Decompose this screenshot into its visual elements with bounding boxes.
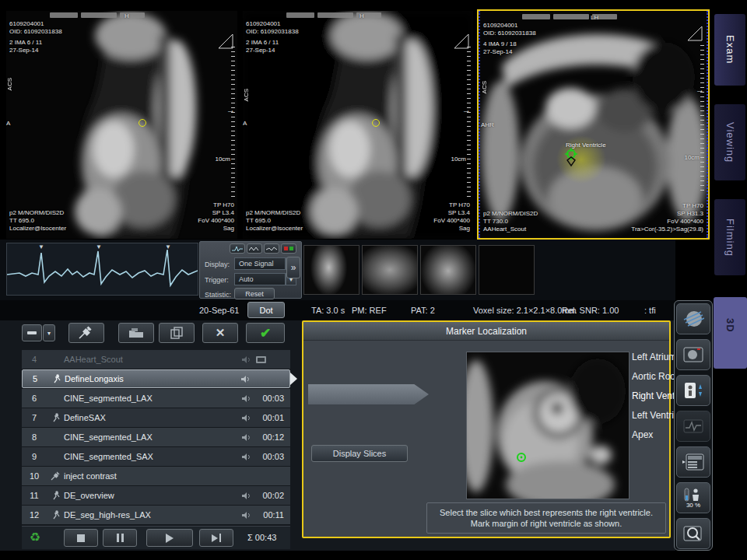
expand-physio-button[interactable]: »: [286, 257, 300, 278]
run-step-icon: [47, 491, 64, 500]
image-id: 6109204001: [246, 20, 281, 28]
status-voxel: Voxel size: 2.1×2.1×8.0mm: [473, 306, 577, 315]
ecg-mode3-button[interactable]: [264, 243, 279, 254]
trigger-select[interactable]: Auto: [234, 273, 286, 285]
queue-row-12[interactable]: 12 DE_seg_high-res_LAX 00:11: [22, 506, 290, 524]
scale-label: 10cm: [451, 156, 466, 163]
reference-slice-image[interactable]: [466, 352, 630, 499]
magnifier-doc-icon: [683, 525, 703, 542]
tab-3d[interactable]: 3D: [714, 302, 745, 348]
br-line1: TP H70: [682, 202, 703, 210]
bl-line1: p2 M/NORM/DIS2D: [9, 209, 64, 217]
queue-row-5-selected[interactable]: 5 DefineLongaxis: [22, 369, 290, 388]
queue-row-11[interactable]: 11 DE_overview 00:02: [22, 486, 290, 505]
cancel-button[interactable]: ✕: [202, 323, 238, 343]
tab-exam[interactable]: Exam: [714, 14, 745, 86]
trigger-marker-icon: ▼: [38, 243, 44, 250]
ecg-mode1-button[interactable]: [230, 243, 245, 254]
queue-row-7[interactable]: 7 DefineSAX 00:01: [22, 408, 290, 427]
queue-options-arrow[interactable]: ▾: [43, 324, 55, 341]
reset-button[interactable]: Reset: [234, 288, 275, 299]
speaker-icon: [236, 492, 256, 499]
image-oid: OID: 61092031838: [483, 30, 536, 37]
br-line4: Tra>Cor(-35.2)>Sag(29.8): [631, 226, 703, 233]
image-id: 6109204001: [9, 20, 44, 28]
queue-row-10[interactable]: 10 inject contrast: [22, 467, 290, 485]
queue-options-button[interactable]: [22, 324, 42, 341]
marker-crosshair-icon: [563, 148, 580, 168]
run-step-icon: [47, 374, 65, 383]
ecg-waveform: [7, 243, 198, 295]
dot-button[interactable]: Dot: [247, 302, 285, 318]
tab-filming[interactable]: Filming: [714, 199, 745, 275]
bl-line1: p2 M/NORM/DIS2D: [246, 209, 300, 217]
signal-button[interactable]: [676, 411, 710, 442]
thumbnail-coronal[interactable]: [362, 245, 418, 295]
stop-button[interactable]: [64, 529, 98, 547]
speaker-icon: [236, 415, 256, 422]
thumbnail-sagittal[interactable]: [303, 245, 359, 295]
queue-row-6[interactable]: 6 CINE_segmented_LAX 00:03: [22, 389, 290, 408]
instruction-line2: Mark margin of right ventricle as shown.: [471, 518, 622, 529]
queue-row-4[interactable]: 4 AAHeart_Scout: [22, 350, 290, 369]
display-slices-button[interactable]: Display Slices: [311, 445, 408, 462]
image-date: 27-Sep-14: [9, 47, 38, 54]
br-line4: Sag: [459, 225, 470, 233]
viewport-sagittal-1[interactable]: 6109204001 OID: 61092031838 2 IMA 6 / 11…: [6, 11, 237, 239]
orientation-side: ACS: [6, 78, 14, 90]
scale-ruler: [700, 45, 704, 193]
thumbnail-empty[interactable]: [479, 245, 535, 295]
viewport-sagittal-2[interactable]: 6109204001 OID: 61092031838 2 IMA 6 / 11…: [243, 11, 473, 239]
tab-viewing[interactable]: Viewing: [714, 104, 745, 180]
orientation-top: H: [124, 12, 129, 20]
thumbnail-axial[interactable]: [420, 245, 476, 295]
ecg-status-button[interactable]: [281, 243, 296, 254]
instruction-box: Select the slice which best represents t…: [426, 502, 666, 534]
sar-level-button[interactable]: 30 %: [676, 482, 710, 513]
copy-button[interactable]: [159, 323, 195, 343]
display-select[interactable]: One Signal: [234, 257, 286, 270]
speaker-icon: [235, 376, 255, 383]
patient-reposition-button[interactable]: [676, 375, 710, 406]
speaker-icon: [236, 512, 256, 519]
short-axis-mri: [467, 352, 629, 499]
queue-row-9[interactable]: 9 CINE_segmented_SAX 00:03: [22, 447, 290, 466]
browse-search-button[interactable]: [676, 518, 710, 549]
scale-label: 10cm: [215, 156, 230, 163]
marker-localization-dialog: Marker Localization ✓ Left Atrium ✓ Aort…: [302, 320, 671, 538]
image-display-button[interactable]: [676, 339, 710, 370]
orientation-top: LH: [591, 14, 598, 22]
speaker-icon: [236, 356, 256, 363]
close-icon: ✕: [216, 326, 226, 340]
viewport-selected[interactable]: Right Ventricle 6109204001 OID: 61092031…: [477, 9, 710, 240]
head-slices-button[interactable]: [676, 303, 710, 334]
status-date: 20-Sep-61: [199, 306, 239, 315]
protocol-list-button[interactable]: [676, 446, 710, 478]
apply-button[interactable]: ✔: [246, 323, 285, 343]
reference-marker: [372, 119, 380, 127]
recycle-bin-icon[interactable]: ♻: [26, 530, 44, 547]
skip-button[interactable]: [199, 529, 233, 547]
reference-marker: [139, 119, 146, 127]
queue-row-8[interactable]: 8 CINE_segmented_LAX 00:12: [22, 428, 290, 446]
ecg-mode2-button[interactable]: [247, 243, 262, 254]
br-line2: SP H31.3: [677, 210, 703, 218]
marker-label: Right Ventricle: [566, 142, 606, 149]
stop-icon: [77, 534, 85, 542]
scale-ruler: [467, 47, 471, 199]
contrast-button[interactable]: [68, 323, 104, 343]
patient-name-redacted: [286, 12, 384, 20]
play-button[interactable]: [146, 529, 193, 547]
trigger-marker-icon: ▼: [165, 243, 171, 250]
image-oid: OID: 61092031838: [246, 28, 299, 36]
pause-button[interactable]: [103, 529, 137, 547]
br-line2: SP L3.4: [212, 209, 234, 217]
bl-line2: TT 730.0: [483, 218, 508, 226]
waveform-icon: [683, 419, 703, 433]
total-time: Σ 00:43: [247, 533, 276, 542]
scale-ruler: [231, 47, 235, 199]
image-ima: 2 IMA 6 / 11: [246, 39, 279, 47]
orientation-side2: AHR: [481, 121, 494, 129]
br-line3: FoV 400*400: [198, 217, 234, 225]
open-folder-button[interactable]: [118, 323, 154, 343]
